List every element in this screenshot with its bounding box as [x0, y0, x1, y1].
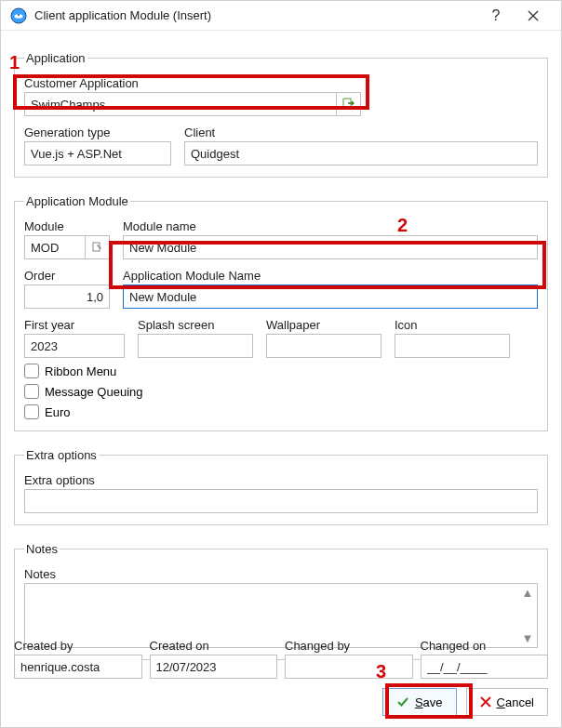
generation-type-field	[24, 141, 171, 165]
splash-screen-field[interactable]	[138, 334, 253, 358]
created-by-field	[14, 655, 142, 679]
application-module-legend: Application Module	[24, 194, 130, 208]
icon-field[interactable]	[395, 334, 510, 358]
ribbon-label: Ribbon Menu	[45, 364, 116, 378]
application-fieldset: Application Customer Application Generat…	[14, 51, 548, 178]
content: Application Customer Application Generat…	[1, 31, 561, 660]
changed-by-field	[285, 655, 413, 679]
window: Client application Module (Insert) ? App…	[0, 0, 562, 728]
application-module-fieldset: Application Module Module Module name	[14, 194, 548, 431]
application-legend: Application	[24, 51, 87, 65]
scroll-up-icon[interactable]: ▲	[522, 586, 534, 600]
module-label: Module	[24, 219, 110, 233]
extra-options-legend: Extra options	[24, 448, 99, 462]
extra-options-fieldset: Extra options Extra options	[14, 448, 548, 525]
titlebar: Client application Module (Insert) ?	[1, 1, 561, 31]
client-label: Client	[184, 126, 538, 139]
first-year-field[interactable]	[24, 334, 125, 358]
first-year-label: First year	[24, 318, 125, 332]
module-name-label: Module name	[123, 219, 538, 233]
changed-on-label: Changed on	[421, 639, 549, 653]
created-on-label: Created on	[150, 639, 278, 653]
save-underline: S	[415, 695, 423, 709]
notes-legend: Notes	[24, 542, 60, 556]
changed-by-label: Changed by	[285, 639, 413, 653]
save-label-rest: ave	[423, 695, 443, 709]
icon-label: Icon	[395, 318, 510, 332]
splash-screen-label: Splash screen	[138, 318, 253, 332]
save-button[interactable]: Save	[382, 688, 457, 716]
check-icon	[396, 695, 409, 708]
customer-application-field[interactable]	[24, 92, 337, 116]
extra-options-label: Extra options	[24, 473, 538, 487]
module-field[interactable]	[24, 235, 86, 259]
message-queuing-checkbox[interactable]	[24, 384, 39, 399]
cancel-button[interactable]: Cancel	[466, 688, 548, 716]
scroll-hints: ▲ ▼	[520, 586, 535, 645]
app-module-name-label: Application Module Name	[123, 269, 538, 283]
order-field[interactable]	[24, 285, 110, 309]
cancel-label-rest: ancel	[505, 695, 534, 709]
ribbon-checkbox[interactable]	[24, 364, 39, 378]
customer-application-lookup-button[interactable]	[337, 92, 361, 116]
module-edit-button[interactable]	[86, 235, 110, 259]
cancel-underline: C	[497, 695, 505, 709]
window-title: Client application Module (Insert)	[34, 8, 477, 22]
message-queuing-label: Message Queuing	[45, 385, 143, 399]
notes-label: Notes	[24, 567, 538, 581]
generation-type-label: Generation type	[24, 126, 171, 139]
customer-application-label: Customer Application	[24, 76, 538, 90]
order-label: Order	[24, 269, 110, 283]
euro-label: Euro	[45, 405, 70, 419]
wallpaper-label: Wallpaper	[266, 318, 381, 332]
module-name-field[interactable]	[123, 235, 538, 259]
footer: Created by Created on Changed by Changed…	[14, 639, 548, 716]
changed-on-field	[421, 655, 549, 679]
created-by-label: Created by	[14, 639, 142, 653]
app-icon	[10, 7, 27, 24]
svg-point-2	[18, 14, 20, 16]
wallpaper-field[interactable]	[266, 334, 381, 358]
close-button[interactable]	[515, 3, 552, 29]
x-icon	[480, 696, 491, 708]
app-module-name-field[interactable]	[123, 285, 538, 309]
client-field	[184, 141, 538, 165]
help-button[interactable]: ?	[477, 3, 515, 29]
euro-checkbox[interactable]	[24, 404, 39, 419]
created-on-field	[150, 655, 278, 679]
extra-options-field[interactable]	[24, 489, 538, 513]
